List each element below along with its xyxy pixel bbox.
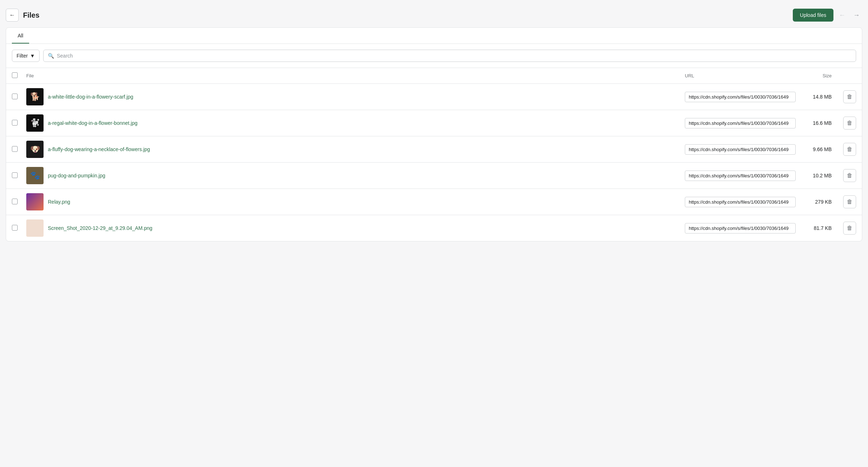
table-row: Relay.png https://cdn.shopify.com/s/file… [6,189,862,215]
nav-prev-button[interactable]: ← [836,9,848,21]
file-row-content: 🐕 a-white-little-dog-in-a-flowery-scarf.… [26,88,673,105]
delete-button[interactable]: 🗑 [843,195,856,208]
row-action-cell: 🗑 [837,163,862,189]
row-checkbox-cell [6,215,21,241]
table-row: 🐕 a-white-little-dog-in-a-flowery-scarf.… [6,84,862,110]
row-checkbox[interactable] [12,225,18,231]
row-checkbox[interactable] [12,94,18,99]
row-checkbox-cell [6,163,21,189]
row-checkbox[interactable] [12,120,18,126]
row-url-cell: https://cdn.shopify.com/s/files/1/0030/7… [679,136,801,163]
file-link[interactable]: pug-dog-and-pumpkin.jpg [48,173,105,178]
table-header-row: File URL Size [6,68,862,84]
tab-all[interactable]: All [12,28,29,44]
file-link[interactable]: Screen_Shot_2020-12-29_at_9.29.04_AM.png [48,225,152,231]
page-title: Files [23,11,40,19]
row-file-cell: 🐕 a-white-little-dog-in-a-flowery-scarf.… [21,84,679,110]
select-all-checkbox[interactable] [12,72,18,78]
row-url-cell: https://cdn.shopify.com/s/files/1/0030/7… [679,189,801,215]
nav-next-button[interactable]: → [851,9,862,21]
file-row-content: Relay.png [26,193,673,210]
file-thumbnail: 🐶 [26,141,44,158]
back-icon: ← [9,12,15,18]
url-field[interactable]: https://cdn.shopify.com/s/files/1/0030/7… [685,92,796,102]
row-url-cell: https://cdn.shopify.com/s/files/1/0030/7… [679,163,801,189]
file-thumbnail: 🐩 [26,114,44,132]
row-size-cell: 16.6 MB [801,110,837,136]
delete-button[interactable]: 🗑 [843,169,856,182]
row-url-cell: https://cdn.shopify.com/s/files/1/0030/7… [679,110,801,136]
row-checkbox[interactable] [12,172,18,178]
filter-label: Filter [17,53,28,59]
delete-button[interactable]: 🗑 [843,222,856,235]
tabs-bar: All [6,28,862,44]
row-size-cell: 9.66 MB [801,136,837,163]
row-action-cell: 🗑 [837,189,862,215]
url-field[interactable]: https://cdn.shopify.com/s/files/1/0030/7… [685,197,796,207]
app-frame: ← Files Upload files ← → All Filter ▼ 🔍 [0,0,868,467]
row-size-cell: 14.8 MB [801,84,837,110]
search-input[interactable] [57,53,851,59]
header-left: ← Files [6,9,40,22]
file-link[interactable]: a-white-little-dog-in-a-flowery-scarf.jp… [48,94,133,100]
file-thumbnail [26,193,44,210]
row-action-cell: 🗑 [837,110,862,136]
trash-icon: 🗑 [847,120,853,126]
page-header: ← Files Upload files ← → [6,6,862,27]
header-size: Size [801,68,837,84]
row-file-cell: 🐾 pug-dog-and-pumpkin.jpg [21,163,679,189]
delete-button[interactable]: 🗑 [843,117,856,130]
header-action [837,68,862,84]
header-right: Upload files ← → [793,9,862,22]
trash-icon: 🗑 [847,199,853,205]
header-url: URL [679,68,801,84]
header-file: File [21,68,679,84]
row-action-cell: 🗑 [837,84,862,110]
file-row-content: Screen_Shot_2020-12-29_at_9.29.04_AM.png [26,219,673,237]
search-icon: 🔍 [48,53,54,59]
row-checkbox[interactable] [12,199,18,204]
row-size-cell: 279 KB [801,189,837,215]
row-checkbox-cell [6,84,21,110]
file-link[interactable]: Relay.png [48,199,70,205]
back-button[interactable]: ← [6,9,19,22]
row-file-cell: Relay.png [21,189,679,215]
row-checkbox-cell [6,110,21,136]
chevron-down-icon: ▼ [30,53,35,59]
row-action-cell: 🗑 [837,215,862,241]
row-file-cell: 🐶 a-fluffy-dog-wearing-a-necklace-of-flo… [21,136,679,163]
upload-files-button[interactable]: Upload files [793,9,833,22]
row-checkbox[interactable] [12,146,18,152]
file-link[interactable]: a-regal-white-dog-in-a-flower-bonnet.jpg [48,120,137,126]
url-field[interactable]: https://cdn.shopify.com/s/files/1/0030/7… [685,223,796,233]
url-field[interactable]: https://cdn.shopify.com/s/files/1/0030/7… [685,144,796,155]
row-size-cell: 81.7 KB [801,215,837,241]
file-row-content: 🐾 pug-dog-and-pumpkin.jpg [26,167,673,184]
trash-icon: 🗑 [847,225,853,231]
row-checkbox-cell [6,136,21,163]
file-row-content: 🐶 a-fluffy-dog-wearing-a-necklace-of-flo… [26,141,673,158]
main-card: All Filter ▼ 🔍 File [6,27,862,241]
file-row-content: 🐩 a-regal-white-dog-in-a-flower-bonnet.j… [26,114,673,132]
file-link[interactable]: a-fluffy-dog-wearing-a-necklace-of-flowe… [48,146,150,152]
table-row: 🐾 pug-dog-and-pumpkin.jpg https://cdn.sh… [6,163,862,189]
url-field[interactable]: https://cdn.shopify.com/s/files/1/0030/7… [685,118,796,128]
row-url-cell: https://cdn.shopify.com/s/files/1/0030/7… [679,84,801,110]
trash-icon: 🗑 [847,172,853,179]
search-wrapper: 🔍 [43,50,856,62]
filter-button[interactable]: Filter ▼ [12,50,40,62]
delete-button[interactable]: 🗑 [843,143,856,156]
url-field[interactable]: https://cdn.shopify.com/s/files/1/0030/7… [685,171,796,181]
trash-icon: 🗑 [847,94,853,100]
row-checkbox-cell [6,189,21,215]
row-file-cell: Screen_Shot_2020-12-29_at_9.29.04_AM.png [21,215,679,241]
table-row: 🐩 a-regal-white-dog-in-a-flower-bonnet.j… [6,110,862,136]
file-thumbnail: 🐾 [26,167,44,184]
file-table: File URL Size 🐕 a-white-l [6,68,862,241]
table-row: Screen_Shot_2020-12-29_at_9.29.04_AM.png… [6,215,862,241]
delete-button[interactable]: 🗑 [843,90,856,103]
file-thumbnail [26,219,44,237]
toolbar: Filter ▼ 🔍 [6,44,862,68]
row-file-cell: 🐩 a-regal-white-dog-in-a-flower-bonnet.j… [21,110,679,136]
row-url-cell: https://cdn.shopify.com/s/files/1/0030/7… [679,215,801,241]
